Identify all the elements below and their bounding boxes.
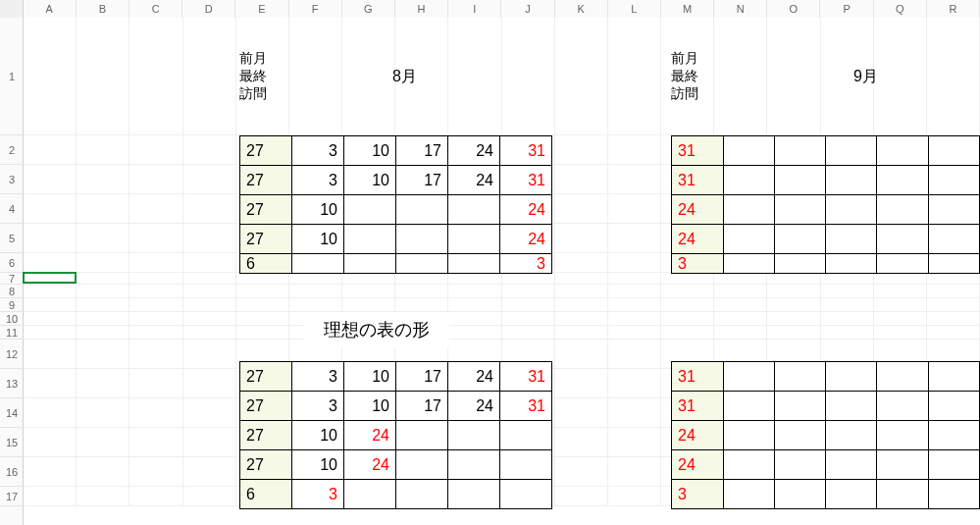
table-cell[interactable] [877,136,928,166]
table-cell[interactable] [723,254,774,274]
cell-P9[interactable] [821,298,874,312]
cell-D11[interactable] [183,326,236,340]
cell-L8[interactable] [608,285,661,298]
cell-R8[interactable] [927,285,980,298]
cell-A1[interactable] [24,18,77,135]
row-header-7[interactable]: 7 [0,273,24,285]
col-header-H[interactable]: H [395,0,448,18]
cell-L15[interactable] [608,428,661,457]
table-cell[interactable] [500,450,552,480]
cell-D1[interactable] [183,18,236,135]
row-header-12[interactable]: 12 [0,340,24,369]
cell-D9[interactable] [183,298,236,312]
col-header-E[interactable]: E [235,0,288,18]
table-cell-prev[interactable]: 31 [672,362,724,392]
cell-P10[interactable] [821,312,874,326]
table-cell[interactable]: 3 [292,392,344,421]
table-cell[interactable] [877,195,928,225]
row-header-16[interactable]: 16 [0,457,24,487]
cell-C5[interactable] [129,224,182,253]
cell-A15[interactable] [24,428,77,457]
cell-D7[interactable] [183,273,236,285]
table-cell-prev[interactable]: 31 [672,136,724,166]
col-header-N[interactable]: N [714,0,767,18]
cell-L7[interactable] [608,273,661,285]
table-cell[interactable] [344,480,396,509]
cell-G8[interactable] [342,285,395,298]
cell-D13[interactable] [183,369,236,398]
cell-L2[interactable] [608,135,661,165]
table-cell[interactable] [396,225,448,254]
cell-I11[interactable] [448,326,501,340]
table-cell[interactable] [928,362,979,392]
table-cell-prev[interactable]: 3 [672,254,724,274]
cell-R7[interactable] [927,273,980,285]
row-header-8[interactable]: 8 [0,285,24,298]
table-cell[interactable] [928,392,979,421]
cell-D14[interactable] [183,398,236,428]
table-cell-prev[interactable]: 24 [672,450,724,480]
col-header-G[interactable]: G [342,0,395,18]
table-cell[interactable]: 3 [292,136,344,166]
table-cell[interactable] [928,166,979,195]
cell-L13[interactable] [608,369,661,398]
cell-C9[interactable] [129,298,182,312]
cell-I10[interactable] [448,312,501,326]
cell-P11[interactable] [821,326,874,340]
cell-N8[interactable] [714,285,767,298]
cell-N1[interactable] [714,18,767,135]
table-cell[interactable] [826,450,877,480]
col-header-B[interactable]: B [77,0,129,18]
table-cell-prev[interactable]: 24 [672,195,724,225]
cell-Q1[interactable] [874,18,927,135]
cell-D15[interactable] [183,428,236,457]
cell-B5[interactable] [77,224,129,253]
cell-B15[interactable] [77,428,129,457]
table-cell-prev[interactable]: 31 [672,166,724,195]
cell-F8[interactable] [289,285,342,298]
table-cell[interactable]: 3 [292,362,344,392]
table-cell[interactable] [448,225,500,254]
table-cell-prev[interactable]: 27 [240,166,292,195]
cell-C1[interactable] [129,18,182,135]
table-cell[interactable] [928,195,979,225]
cell-K8[interactable] [555,285,608,298]
row-header-4[interactable]: 4 [0,194,24,224]
cell-B4[interactable] [77,194,129,224]
col-header-O[interactable]: O [767,0,820,18]
cell-L16[interactable] [608,457,661,487]
table-cell[interactable] [723,480,774,509]
cell-C2[interactable] [129,135,182,165]
table-cell-prev[interactable]: 27 [240,421,292,450]
cell-L9[interactable] [608,298,661,312]
cell-Q7[interactable] [874,273,927,285]
cell-K7[interactable] [555,273,608,285]
table-cell[interactable]: 10 [344,392,396,421]
cell-B6[interactable] [77,253,129,273]
cell-E9[interactable] [236,298,289,312]
table-cell[interactable]: 24 [448,166,500,195]
table-cell[interactable] [826,392,877,421]
cell-K13[interactable] [555,369,608,398]
table-cell[interactable]: 24 [344,421,396,450]
table-cell[interactable] [774,362,825,392]
cell-Q9[interactable] [874,298,927,312]
cell-G7[interactable] [342,273,395,285]
col-header-J[interactable]: J [501,0,554,18]
cell-C14[interactable] [129,398,182,428]
cell-K15[interactable] [555,428,608,457]
table-cell-prev[interactable]: 27 [240,136,292,166]
table-cell[interactable]: 31 [500,362,552,392]
cell-L1[interactable] [608,18,661,135]
table-cell[interactable] [396,195,448,225]
table-cell[interactable] [877,225,928,254]
row-header-5[interactable]: 5 [0,224,24,253]
cell-D10[interactable] [183,312,236,326]
table-cell[interactable] [500,480,552,509]
cell-G1[interactable] [342,18,395,135]
table-cell[interactable] [928,421,979,450]
cell-A6[interactable] [24,253,77,273]
cell-A10[interactable] [24,312,77,326]
cell-D4[interactable] [183,194,236,224]
cell-C8[interactable] [129,285,182,298]
